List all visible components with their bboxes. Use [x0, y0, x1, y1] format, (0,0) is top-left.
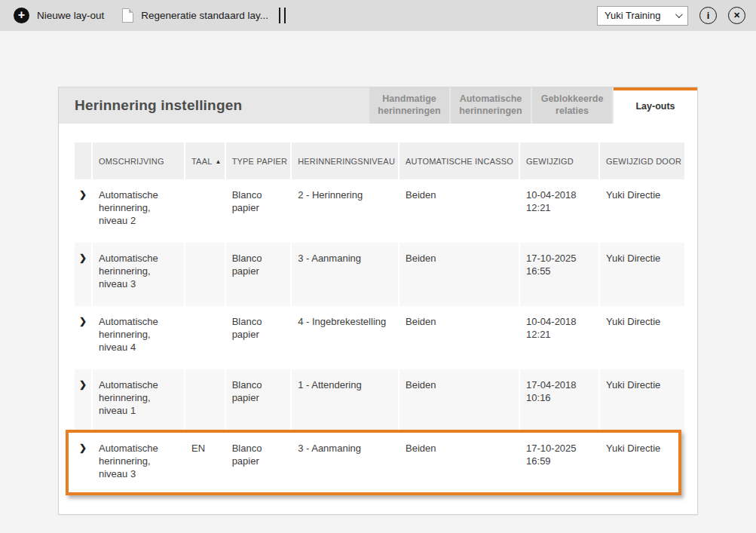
cell-gewijzigd: 10-04-2018 12:21	[520, 306, 598, 369]
cell-gewijzigd-door: Yuki Directie	[600, 243, 684, 306]
page-title: Herinnering instellingen	[59, 97, 242, 114]
cell-type-papier: Blanco papier	[226, 369, 291, 433]
column-header-omschrijving[interactable]: OMSCHRIJVING	[93, 142, 184, 179]
plus-icon: +	[14, 8, 29, 23]
tab-lay-outs[interactable]: Lay-outs	[614, 87, 697, 124]
company-select-value: Yuki Training	[604, 10, 672, 21]
new-layout-label: Nieuwe lay-out	[37, 10, 104, 21]
cell-automatische-incasso: Beiden	[399, 369, 519, 433]
regenerate-layout-label: Regeneratie standaard lay...	[141, 10, 268, 21]
cell-taal	[185, 306, 225, 369]
table-row[interactable]: ❯ Automatische herinnering, niveau 1 Bla…	[75, 369, 684, 433]
tab-automatische-herinneringen[interactable]: Automatische herinneringen	[451, 87, 531, 124]
column-header-gewijzigd-door[interactable]: GEWIJZIGD DOOR	[600, 142, 684, 179]
sort-asc-icon: ▲	[216, 158, 222, 165]
column-header-taal[interactable]: TAAL▲	[185, 142, 225, 179]
info-icon: i	[707, 10, 710, 21]
cell-omschrijving: Automatische herinnering, niveau 3	[93, 433, 184, 496]
regenerate-layout-button[interactable]: Regeneratie standaard lay...	[104, 8, 268, 23]
cell-gewijzigd: 10-04-2018 12:21	[520, 179, 598, 243]
company-select[interactable]: Yuki Training	[597, 6, 688, 26]
table-row[interactable]: ❯ Automatische herinnering, niveau 2 Bla…	[75, 179, 684, 243]
cell-taal	[185, 243, 225, 306]
cell-type-papier: Blanco papier	[226, 243, 291, 306]
cell-automatische-incasso: Beiden	[399, 433, 519, 496]
cell-taal	[185, 369, 225, 433]
cell-gewijzigd-door: Yuki Directie	[600, 433, 684, 496]
toolbar: + Nieuwe lay-out Regeneratie standaard l…	[0, 0, 756, 31]
cell-automatische-incasso: Beiden	[399, 179, 519, 243]
expand-chevron-icon[interactable]: ❯	[75, 179, 91, 243]
cell-herinneringsniveau: 4 - Ingebrekestelling	[292, 306, 398, 369]
table-row[interactable]: ❯ Automatische herinnering, niveau 3 Bla…	[75, 243, 684, 306]
cell-herinneringsniveau: 3 - Aanmaning	[292, 243, 398, 306]
chevron-down-icon	[675, 11, 683, 18]
expand-chevron-icon[interactable]: ❯	[75, 369, 91, 433]
cell-herinneringsniveau: 2 - Herinnering	[292, 179, 398, 243]
cell-taal: EN	[185, 433, 225, 496]
cell-omschrijving: Automatische herinnering, niveau 2	[93, 179, 184, 243]
column-header-automatische-incasso[interactable]: AUTOMATISCHE INCASSO	[399, 142, 519, 179]
new-layout-button[interactable]: + Nieuwe lay-out	[14, 8, 104, 23]
close-button[interactable]: ✕	[728, 7, 745, 24]
expand-chevron-icon[interactable]: ❯	[75, 306, 91, 369]
cell-type-papier: Blanco papier	[226, 433, 291, 496]
column-header-expander	[75, 142, 91, 179]
tab-geblokkeerde-relaties[interactable]: Geblokkeerde relaties	[532, 87, 612, 124]
expand-chevron-icon[interactable]: ❯	[75, 243, 91, 306]
cell-automatische-incasso: Beiden	[399, 243, 519, 306]
cell-taal	[185, 179, 225, 243]
tab-bar: Handmatige herinneringen Automatische he…	[368, 87, 697, 124]
info-button[interactable]: i	[699, 7, 717, 24]
column-header-gewijzigd[interactable]: GEWIJZIGD	[520, 142, 598, 179]
document-icon	[122, 8, 133, 23]
cell-gewijzigd-door: Yuki Directie	[600, 179, 684, 243]
table-row-highlighted[interactable]: ❯ Automatische herinnering, niveau 3 EN …	[75, 433, 684, 496]
reminder-settings-panel: Herinnering instellingen Handmatige heri…	[58, 87, 698, 515]
cell-gewijzigd: 17-10-2025 16:55	[520, 243, 598, 306]
cell-type-papier: Blanco papier	[226, 306, 291, 369]
toolbar-separator	[279, 8, 286, 23]
cell-herinneringsniveau: 1 - Attendering	[292, 369, 398, 433]
cell-gewijzigd: 17-10-2025 16:59	[520, 433, 598, 496]
cell-gewijzigd-door: Yuki Directie	[600, 369, 684, 433]
cell-omschrijving: Automatische herinnering, niveau 1	[93, 369, 184, 433]
column-header-herinneringsniveau[interactable]: HERINNERINGSNIVEAU	[292, 142, 398, 179]
toolbar-right: Yuki Training i ✕	[597, 6, 745, 26]
panel-header: Herinnering instellingen Handmatige heri…	[59, 87, 697, 124]
cell-type-papier: Blanco papier	[226, 179, 291, 243]
column-header-type-papier[interactable]: TYPE PAPIER	[226, 142, 291, 179]
expand-chevron-icon[interactable]: ❯	[75, 433, 91, 496]
cell-gewijzigd-door: Yuki Directie	[600, 306, 684, 369]
cell-herinneringsniveau: 3 - Aanmaning	[292, 433, 398, 496]
cell-automatische-incasso: Beiden	[399, 306, 519, 369]
table-header-row: OMSCHRIJVING TAAL▲ TYPE PAPIER HERINNERI…	[75, 142, 684, 179]
layouts-table: OMSCHRIJVING TAAL▲ TYPE PAPIER HERINNERI…	[73, 142, 686, 496]
cell-omschrijving: Automatische herinnering, niveau 3	[93, 243, 184, 306]
table-row[interactable]: ❯ Automatische herinnering, niveau 4 Bla…	[75, 306, 684, 369]
close-icon: ✕	[733, 11, 740, 20]
cell-omschrijving: Automatische herinnering, niveau 4	[93, 306, 184, 369]
cell-gewijzigd: 17-04-2018 10:16	[520, 369, 598, 433]
tab-handmatige-herinneringen[interactable]: Handmatige herinneringen	[369, 87, 449, 124]
